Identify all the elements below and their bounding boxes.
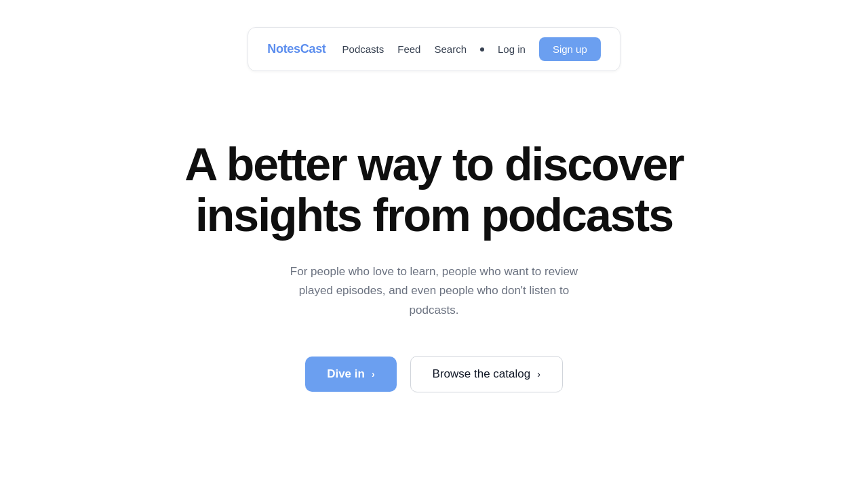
brand-logo[interactable]: NotesCast <box>267 42 326 56</box>
nav-links: Podcasts Feed Search Log in Sign up <box>342 37 601 61</box>
hero-title-line2: insights from podcasts <box>195 189 673 241</box>
dive-in-button[interactable]: Dive in › <box>305 357 396 392</box>
brand-name: NotesCast <box>267 42 326 56</box>
chevron-right-icon-catalog: › <box>537 369 540 380</box>
nav-feed[interactable]: Feed <box>397 43 420 55</box>
signup-button[interactable]: Sign up <box>539 37 601 61</box>
nav-podcasts[interactable]: Podcasts <box>342 43 384 55</box>
login-link[interactable]: Log in <box>498 43 526 55</box>
chevron-right-icon: › <box>372 369 375 380</box>
hero-subtitle: For people who love to learn, people who… <box>285 262 583 321</box>
nav-dot-separator <box>480 47 484 52</box>
hero-title-line1: A better way to discover <box>184 138 684 190</box>
browse-catalog-label: Browse the catalog <box>433 367 531 381</box>
hero-title: A better way to discover insights from p… <box>184 139 684 241</box>
browse-catalog-button[interactable]: Browse the catalog › <box>410 356 563 392</box>
navbar: NotesCast Podcasts Feed Search Log in Si… <box>248 27 620 71</box>
cta-row: Dive in › Browse the catalog › <box>305 356 563 392</box>
hero-section: A better way to discover insights from p… <box>157 139 711 392</box>
nav-search[interactable]: Search <box>434 43 467 55</box>
dive-in-label: Dive in <box>327 367 365 381</box>
